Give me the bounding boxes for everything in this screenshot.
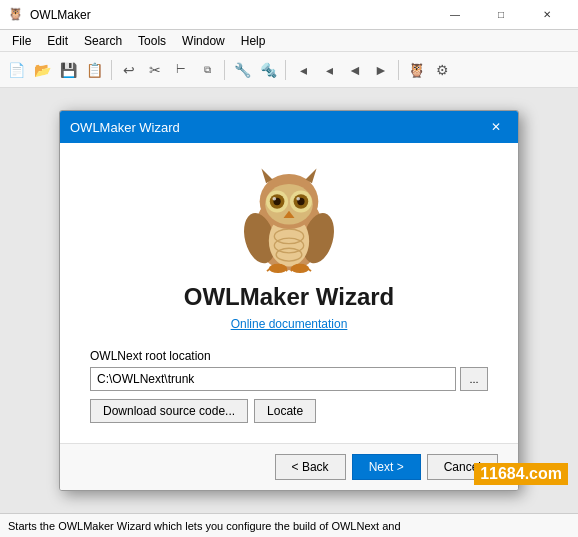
app-title: OWLMaker: [30, 8, 432, 22]
owl-logo: [234, 163, 344, 273]
toolbar-cut[interactable]: ✂: [143, 58, 167, 82]
dialog-titlebar: OWLMaker Wizard ✕: [60, 111, 518, 143]
menu-search[interactable]: Search: [76, 30, 130, 51]
toolbar-nav-first[interactable]: ◂: [317, 58, 341, 82]
dialog-close-button[interactable]: ✕: [484, 115, 508, 139]
online-docs-link[interactable]: Online documentation: [231, 317, 348, 331]
toolbar-tool2[interactable]: 🔩: [256, 58, 280, 82]
toolbar-settings[interactable]: ⚙: [430, 58, 454, 82]
path-input-row: ...: [90, 367, 488, 391]
back-button[interactable]: < Back: [275, 454, 346, 480]
wizard-heading: OWLMaker Wizard: [184, 283, 394, 311]
dialog-content: OWLMaker Wizard Online documentation OWL…: [60, 143, 518, 443]
watermark: 11684.com: [474, 463, 568, 485]
toolbar-save[interactable]: 💾: [56, 58, 80, 82]
window-controls: — □ ✕: [432, 0, 570, 30]
menu-help[interactable]: Help: [233, 30, 274, 51]
titlebar: 🦉 OWLMaker — □ ✕: [0, 0, 578, 30]
form-section: OWLNext root location ... Download sourc…: [90, 349, 488, 423]
toolbar-stop[interactable]: ⊢: [169, 58, 193, 82]
toolbar-nav-fwd[interactable]: ►: [369, 58, 393, 82]
toolbar-owl[interactable]: 🦉: [404, 58, 428, 82]
svg-point-14: [273, 197, 277, 201]
toolbar-sep-3: [285, 60, 286, 80]
app-icon: 🦉: [8, 7, 24, 23]
toolbar-sep-2: [224, 60, 225, 80]
toolbar-nav-back[interactable]: ◄: [343, 58, 367, 82]
root-location-label: OWLNext root location: [90, 349, 488, 363]
menu-tools[interactable]: Tools: [130, 30, 174, 51]
status-text: Starts the OWLMaker Wizard which lets yo…: [8, 520, 401, 532]
download-source-button[interactable]: Download source code...: [90, 399, 248, 423]
menu-file[interactable]: File: [4, 30, 39, 51]
action-buttons-row: Download source code... Locate: [90, 399, 488, 423]
toolbar-nav-prev[interactable]: ◂: [291, 58, 315, 82]
browse-button[interactable]: ...: [460, 367, 488, 391]
toolbar-undo[interactable]: ↩: [117, 58, 141, 82]
toolbar-sep-4: [398, 60, 399, 80]
toolbar-open[interactable]: 📂: [30, 58, 54, 82]
menu-edit[interactable]: Edit: [39, 30, 76, 51]
toolbar: 📄 📂 💾 📋 ↩ ✂ ⊢ ⧉ 🔧 🔩 ◂ ◂ ◄ ► 🦉 ⚙: [0, 52, 578, 88]
toolbar-tool1[interactable]: 🔧: [230, 58, 254, 82]
next-button[interactable]: Next >: [352, 454, 421, 480]
path-input[interactable]: [90, 367, 456, 391]
menu-window[interactable]: Window: [174, 30, 233, 51]
owlmaker-wizard-dialog: OWLMaker Wizard ✕: [59, 110, 519, 491]
main-area: OWLMaker Wizard ✕: [0, 88, 578, 513]
close-button[interactable]: ✕: [524, 0, 570, 30]
toolbar-new[interactable]: 📄: [4, 58, 28, 82]
statusbar: Starts the OWLMaker Wizard which lets yo…: [0, 513, 578, 537]
dialog-footer: < Back Next > Cancel: [60, 443, 518, 490]
dialog-title: OWLMaker Wizard: [70, 120, 484, 135]
toolbar-sep-1: [111, 60, 112, 80]
menubar: File Edit Search Tools Window Help: [0, 30, 578, 52]
toolbar-copy[interactable]: 📋: [82, 58, 106, 82]
maximize-button[interactable]: □: [478, 0, 524, 30]
svg-point-18: [296, 197, 300, 201]
locate-button[interactable]: Locate: [254, 399, 316, 423]
toolbar-paste[interactable]: ⧉: [195, 58, 219, 82]
minimize-button[interactable]: —: [432, 0, 478, 30]
